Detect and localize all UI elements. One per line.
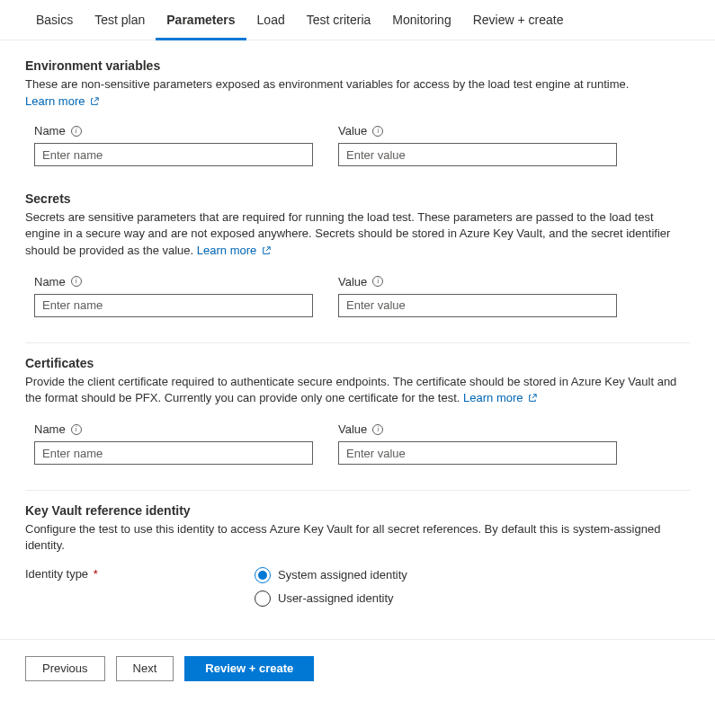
info-icon[interactable]: i (71, 424, 82, 435)
certs-value-label: Value i (329, 422, 608, 436)
certs-value-label-text: Value (338, 422, 367, 436)
tab-load[interactable]: Load (246, 0, 296, 40)
info-icon[interactable]: i (372, 276, 383, 287)
previous-button[interactable]: Previous (25, 656, 105, 681)
certs-title: Certificates (25, 356, 690, 370)
certs-learn-more-text: Learn more (463, 391, 523, 404)
external-link-icon (90, 97, 99, 106)
env-name-input[interactable] (34, 143, 313, 166)
env-title: Environment variables (25, 58, 690, 73)
review-create-button[interactable]: Review + create (184, 656, 314, 681)
tabs-bar: Basics Test plan Parameters Load Test cr… (0, 0, 715, 40)
env-desc: These are non-sensitive parameters expos… (25, 76, 690, 93)
section-env-vars: Environment variables These are non-sens… (25, 58, 690, 166)
secrets-learn-more-text: Learn more (197, 244, 256, 257)
radio-icon (255, 567, 271, 583)
identity-type-label: Identity type * (25, 567, 255, 581)
radio-icon (255, 590, 271, 607)
secrets-value-input[interactable] (338, 294, 617, 317)
env-value-label-text: Value (338, 124, 367, 138)
env-value-input[interactable] (338, 143, 617, 166)
required-asterisk: * (90, 567, 98, 581)
divider (25, 342, 690, 343)
kv-title: Key Vault reference identity (25, 503, 690, 518)
secrets-title: Secrets (25, 191, 690, 206)
env-learn-more-link[interactable]: Learn more (25, 94, 99, 108)
next-button[interactable]: Next (116, 656, 174, 681)
section-key-vault: Key Vault reference identity Configure t… (25, 503, 690, 606)
info-icon[interactable]: i (71, 126, 82, 137)
env-value-label: Value i (329, 124, 608, 138)
tab-basics[interactable]: Basics (25, 0, 84, 40)
certs-name-label: Name i (25, 422, 304, 436)
section-certificates: Certificates Provide the client certific… (25, 356, 690, 465)
external-link-icon (262, 246, 271, 255)
radio-user-label: User-assigned identity (278, 591, 394, 605)
tab-monitoring[interactable]: Monitoring (381, 0, 461, 40)
certs-learn-more-link[interactable]: Learn more (463, 391, 537, 404)
identity-type-radio-group: System assigned identity User-assigned i… (255, 567, 407, 607)
secrets-name-input[interactable] (34, 294, 313, 317)
secrets-desc: Secrets are sensitive parameters that ar… (25, 209, 690, 259)
tab-parameters[interactable]: Parameters (156, 0, 246, 40)
secrets-name-label-text: Name (34, 275, 66, 289)
info-icon[interactable]: i (372, 126, 383, 137)
secrets-learn-more-link[interactable]: Learn more (197, 244, 271, 257)
tab-test-criteria[interactable]: Test criteria (296, 0, 382, 40)
tab-review-create[interactable]: Review + create (462, 0, 575, 40)
certs-desc-text: Provide the client certificate required … (25, 375, 676, 404)
secrets-value-label-text: Value (338, 275, 367, 289)
info-icon[interactable]: i (372, 424, 383, 435)
footer-actions: Previous Next Review + create (0, 639, 715, 697)
certs-name-input[interactable] (34, 441, 313, 465)
secrets-desc-text: Secrets are sensitive parameters that ar… (25, 210, 670, 256)
radio-system-assigned[interactable]: System assigned identity (255, 567, 407, 583)
radio-user-assigned[interactable]: User-assigned identity (255, 590, 407, 607)
secrets-name-label: Name i (25, 275, 304, 289)
env-name-label: Name i (25, 124, 304, 138)
info-icon[interactable]: i (71, 276, 82, 287)
divider (25, 490, 690, 491)
env-learn-more-text: Learn more (25, 94, 85, 108)
identity-type-text: Identity type (25, 567, 88, 581)
certs-name-label-text: Name (34, 422, 66, 436)
env-name-label-text: Name (34, 124, 66, 138)
kv-desc: Configure the test to use this identity … (25, 521, 690, 554)
external-link-icon (528, 394, 537, 403)
radio-system-label: System assigned identity (278, 568, 407, 582)
section-secrets: Secrets Secrets are sensitive parameters… (25, 191, 690, 317)
certs-desc: Provide the client certificate required … (25, 374, 690, 406)
tab-test-plan[interactable]: Test plan (84, 0, 156, 40)
certs-value-input[interactable] (338, 441, 617, 465)
secrets-value-label: Value i (329, 275, 608, 289)
